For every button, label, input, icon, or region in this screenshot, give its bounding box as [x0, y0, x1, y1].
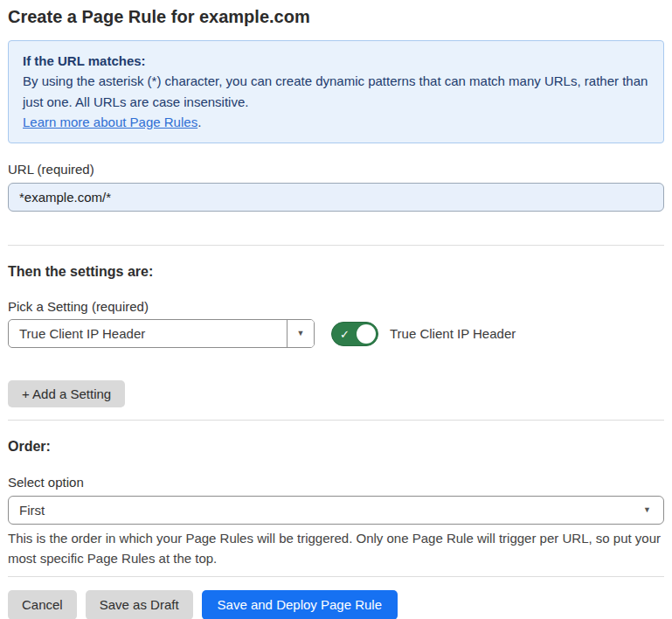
- order-select-label: Select option: [8, 475, 664, 490]
- learn-more-link[interactable]: Learn more about Page Rules: [23, 115, 197, 129]
- chevron-down-icon: ▼: [643, 506, 651, 514]
- order-section-heading: Order:: [8, 439, 664, 455]
- chevron-down-icon: ▼: [297, 330, 305, 337]
- check-icon: ✓: [340, 328, 350, 339]
- toggle-knob: [357, 324, 376, 344]
- setting-select-value: True Client IP Header: [9, 326, 287, 341]
- url-input[interactable]: [8, 183, 664, 212]
- setting-select-dropdown[interactable]: True Client IP Header ▼: [8, 319, 315, 348]
- url-match-info-box: If the URL matches: By using the asteris…: [8, 40, 664, 143]
- order-help-text: This is the order in which your Page Rul…: [8, 528, 664, 569]
- section-divider: [8, 245, 664, 246]
- link-suffix: .: [197, 115, 201, 129]
- setting-select-arrow-button[interactable]: ▼: [287, 320, 314, 347]
- order-select-value: First: [19, 503, 45, 518]
- true-client-ip-toggle[interactable]: ✓: [331, 322, 378, 346]
- setting-row: True Client IP Header ▼ ✓ True Client IP…: [8, 319, 664, 348]
- save-and-deploy-button[interactable]: Save and Deploy Page Rule: [202, 590, 398, 619]
- toggle-label: True Client IP Header: [390, 326, 516, 341]
- settings-section-heading: Then the settings are:: [8, 264, 664, 280]
- footer-button-row: Cancel Save as Draft Save and Deploy Pag…: [8, 590, 664, 619]
- create-page-rule-form: Create a Page Rule for example.com If th…: [0, 0, 672, 619]
- pick-setting-label: Pick a Setting (required): [8, 299, 664, 314]
- url-field-label: URL (required): [8, 162, 664, 177]
- footer-divider: [8, 576, 664, 577]
- cancel-button[interactable]: Cancel: [8, 590, 77, 619]
- save-as-draft-button[interactable]: Save as Draft: [86, 590, 193, 619]
- section-divider: [8, 420, 664, 421]
- order-select-dropdown[interactable]: First ▼: [8, 496, 664, 525]
- info-box-heading: If the URL matches:: [23, 51, 649, 71]
- page-title: Create a Page Rule for example.com: [8, 5, 664, 28]
- info-box-link-row: Learn more about Page Rules.: [23, 112, 649, 132]
- add-setting-button[interactable]: + Add a Setting: [8, 380, 125, 407]
- info-box-body: By using the asterisk (*) character, you…: [23, 71, 649, 112]
